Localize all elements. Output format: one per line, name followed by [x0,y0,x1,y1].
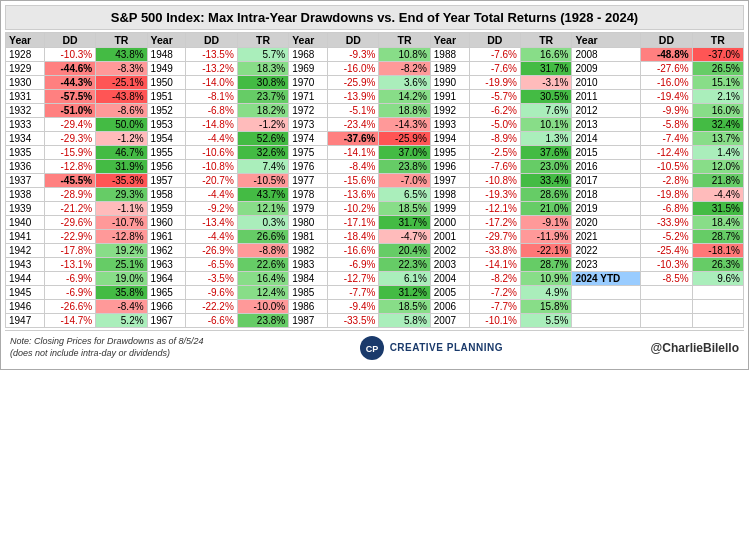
tr-cell: 31.5% [692,202,743,216]
dd-cell: -51.0% [44,104,95,118]
tr-cell: -22.1% [521,244,572,258]
year-cell: 1960 [147,216,186,230]
table-row: 1932-51.0%-8.6%1952-6.8%18.2%1972-5.1%18… [6,104,744,118]
tr-cell: 12.4% [237,286,288,300]
tr-cell: 30.5% [521,90,572,104]
col-header-tr-1: TR [237,33,288,48]
tr-cell: 31.9% [96,160,147,174]
dd-cell: -2.5% [469,146,520,160]
dd-cell: -10.8% [186,160,237,174]
table-row: 1933-29.4%50.0%1953-14.8%-1.2%1973-23.4%… [6,118,744,132]
dd-cell: -7.4% [641,132,692,146]
dd-cell: -33.5% [328,314,379,328]
table-row: 1938-28.9%29.3%1958-4.4%43.7%1978-13.6%6… [6,188,744,202]
dd-cell: -12.1% [469,202,520,216]
tr-cell: 15.1% [692,76,743,90]
dd-cell: -19.3% [469,188,520,202]
year-cell: 2008 [572,48,641,62]
col-header-tr-3: TR [521,33,572,48]
dd-cell: -16.6% [328,244,379,258]
year-cell: 2021 [572,230,641,244]
dd-cell: -26.9% [186,244,237,258]
dd-cell: -22.9% [44,230,95,244]
dd-cell: -7.7% [328,286,379,300]
dd-cell: -9.6% [186,286,237,300]
year-cell: 2013 [572,118,641,132]
col-header-dd-4: DD [641,33,692,48]
col-header-dd-3: DD [469,33,520,48]
year-cell: 1954 [147,132,186,146]
year-cell: 1988 [430,48,469,62]
table-row: 1939-21.2%-1.1%1959-9.2%12.1%1979-10.2%1… [6,202,744,216]
tr-cell: -4.7% [379,230,430,244]
main-container: S&P 500 Index: Max Intra-Year Drawdowns … [0,0,749,370]
tr-cell: 1.4% [692,146,743,160]
year-cell: 1984 [289,272,328,286]
dd-cell: -5.7% [469,90,520,104]
year-cell: 1998 [430,188,469,202]
year-cell: 2003 [430,258,469,272]
year-cell: 1955 [147,146,186,160]
tr-cell: 4.9% [521,286,572,300]
dd-cell: -10.2% [328,202,379,216]
dd-cell: -29.7% [469,230,520,244]
year-cell: 2010 [572,76,641,90]
tr-cell: 12.1% [237,202,288,216]
dd-cell: -8.9% [469,132,520,146]
tr-cell: 16.4% [237,272,288,286]
footer: Note: Closing Prices for Drawdowns as of… [5,330,744,365]
dd-cell: -10.5% [641,160,692,174]
dd-cell: -19.8% [641,188,692,202]
year-cell: 1961 [147,230,186,244]
tr-cell: 12.0% [692,160,743,174]
dd-cell: -16.0% [328,62,379,76]
dd-cell: -10.3% [641,258,692,272]
year-cell: 1994 [430,132,469,146]
dd-cell: -15.6% [328,174,379,188]
tr-cell: 15.8% [521,300,572,314]
tr-cell: -3.1% [521,76,572,90]
dd-cell: -14.1% [328,146,379,160]
col-header-tr-2: TR [379,33,430,48]
tr-cell: 52.6% [237,132,288,146]
year-cell: 1946 [6,300,45,314]
tr-cell: 22.3% [379,258,430,272]
year-cell: 1972 [289,104,328,118]
dd-cell: -37.6% [328,132,379,146]
dd-cell: -12.7% [328,272,379,286]
dd-cell: -5.2% [641,230,692,244]
dd-cell: -17.8% [44,244,95,258]
tr-cell: 31.2% [379,286,430,300]
empty-cell [641,300,692,314]
tr-cell: 18.8% [379,104,430,118]
tr-cell: -10.5% [237,174,288,188]
dd-cell: -13.2% [186,62,237,76]
year-cell: 1947 [6,314,45,328]
dd-cell: -6.5% [186,258,237,272]
tr-cell: 26.5% [692,62,743,76]
dd-cell: -4.4% [186,132,237,146]
year-cell: 1980 [289,216,328,230]
empty-cell [572,286,641,300]
table-row: 1937-45.5%-35.3%1957-20.7%-10.5%1977-15.… [6,174,744,188]
table-row: 1935-15.9%46.7%1955-10.6%32.6%1975-14.1%… [6,146,744,160]
dd-cell: -10.6% [186,146,237,160]
dd-cell: -25.9% [328,76,379,90]
tr-cell: 6.1% [379,272,430,286]
tr-cell: 3.6% [379,76,430,90]
col-header-tr-4: TR [692,33,743,48]
tr-cell: 46.7% [96,146,147,160]
tr-cell: 5.8% [379,314,430,328]
dd-cell: -5.8% [641,118,692,132]
year-cell: 2007 [430,314,469,328]
dd-cell: -6.6% [186,314,237,328]
year-cell: 1936 [6,160,45,174]
dd-cell: -5.1% [328,104,379,118]
dd-cell: -9.4% [328,300,379,314]
tr-cell: 5.5% [521,314,572,328]
year-cell: 1983 [289,258,328,272]
dd-cell: -48.8% [641,48,692,62]
empty-cell [572,300,641,314]
tr-cell: 18.5% [379,300,430,314]
table-row: 1943-13.1%25.1%1963-6.5%22.6%1983-6.9%22… [6,258,744,272]
